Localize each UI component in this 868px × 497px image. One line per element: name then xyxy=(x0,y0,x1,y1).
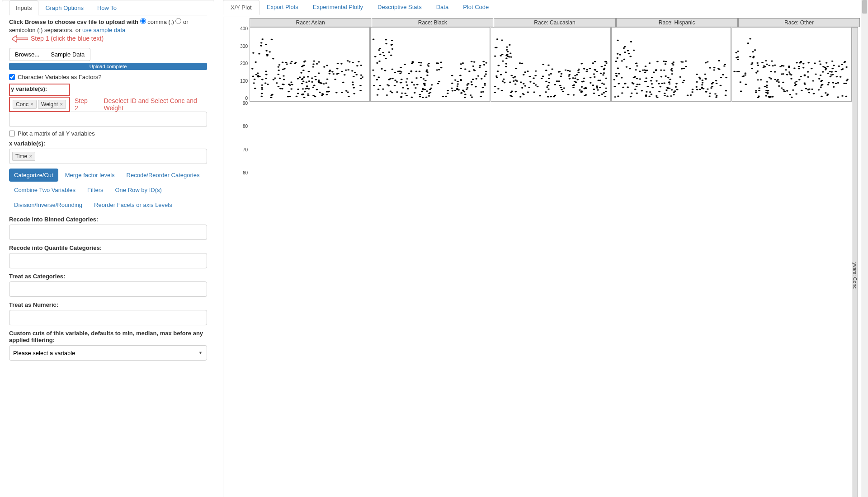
char-factors-checkbox[interactable] xyxy=(9,74,15,80)
svg-point-563 xyxy=(656,61,659,62)
pill-filters[interactable]: Filters xyxy=(82,183,108,197)
svg-point-849 xyxy=(745,73,747,74)
svg-point-783 xyxy=(814,63,816,64)
svg-point-513 xyxy=(529,81,532,83)
plot-area[interactable]: Y variable(s) 4003002001000 90807060 Rac… xyxy=(223,17,861,497)
svg-point-465 xyxy=(572,87,575,88)
svg-point-590 xyxy=(669,79,671,80)
svg-point-116 xyxy=(303,76,305,78)
pill-merge[interactable]: Merge factor levels xyxy=(60,169,120,182)
svg-point-617 xyxy=(710,87,712,89)
svg-point-536 xyxy=(586,71,588,72)
svg-point-520 xyxy=(535,70,537,72)
svg-point-189 xyxy=(480,78,482,80)
svg-point-507 xyxy=(501,90,503,91)
svg-point-238 xyxy=(456,88,458,89)
custom-cuts-select[interactable] xyxy=(9,345,207,361)
svg-point-311 xyxy=(391,48,393,50)
sep-comma-radio[interactable] xyxy=(140,18,146,24)
svg-point-574 xyxy=(704,78,707,79)
svg-point-56 xyxy=(270,95,273,96)
svg-point-895 xyxy=(821,96,823,97)
pill-division[interactable]: Division/Inverse/Rounding xyxy=(9,198,87,211)
svg-point-867 xyxy=(778,85,780,87)
svg-point-844 xyxy=(827,84,830,85)
tab-code[interactable]: Plot Code xyxy=(456,0,496,15)
pill-combine[interactable]: Combine Two Variables xyxy=(9,183,80,197)
svg-point-797 xyxy=(824,67,826,68)
svg-point-789 xyxy=(737,51,739,52)
sample-data-button[interactable]: Sample Data xyxy=(45,48,90,61)
recode-binned-input[interactable] xyxy=(9,225,207,240)
yvar-token-weight[interactable]: Weight× xyxy=(38,100,66,109)
svg-point-109 xyxy=(290,81,292,83)
tab-stats[interactable]: Descriptive Stats xyxy=(370,0,429,15)
pill-onerow[interactable]: One Row by ID(s) xyxy=(110,183,166,197)
vertical-scrollbar[interactable] xyxy=(861,0,868,497)
svg-point-12 xyxy=(265,70,267,72)
treat-cat-input[interactable] xyxy=(9,281,207,297)
xvar-token-time[interactable]: Time× xyxy=(12,152,35,161)
yvar-token-conc[interactable]: Conc× xyxy=(13,100,37,109)
browse-button[interactable]: Browse... xyxy=(9,48,45,61)
svg-point-687 xyxy=(696,89,698,90)
svg-point-367 xyxy=(593,93,595,94)
svg-point-592 xyxy=(712,82,714,83)
remove-icon[interactable]: × xyxy=(60,101,63,108)
tab-howto[interactable]: How To xyxy=(90,0,123,15)
use-sample-data-link[interactable]: use sample data xyxy=(82,27,125,33)
svg-point-13 xyxy=(359,90,362,91)
tab-xyplot[interactable]: X/Y Plot xyxy=(223,0,259,15)
plot-matrix-checkbox[interactable] xyxy=(9,131,15,136)
svg-point-98 xyxy=(326,91,328,93)
svg-point-522 xyxy=(527,91,529,93)
svg-point-845 xyxy=(777,79,779,80)
svg-point-713 xyxy=(634,76,636,78)
svg-point-750 xyxy=(791,78,793,80)
tab-data[interactable]: Data xyxy=(429,0,456,15)
tab-export[interactable]: Export Plots xyxy=(259,0,306,15)
svg-point-483 xyxy=(583,78,585,79)
svg-point-699 xyxy=(635,62,637,64)
svg-point-136 xyxy=(283,75,285,77)
pill-reorder-facets[interactable]: Reorder Facets or axis Levels xyxy=(89,198,177,211)
pill-recode[interactable]: Recode/Reorder Categories xyxy=(122,169,205,182)
tab-inputs[interactable]: Inputs xyxy=(9,0,38,15)
svg-point-825 xyxy=(754,49,756,51)
svg-point-139 xyxy=(289,84,291,86)
yvar-input-rest[interactable] xyxy=(9,112,207,127)
pill-categorize[interactable]: Categorize/Cut xyxy=(9,169,58,182)
svg-point-801 xyxy=(835,83,837,84)
facet-col-header: Race: Black xyxy=(372,18,493,27)
svg-point-408 xyxy=(554,95,557,96)
svg-point-463 xyxy=(601,66,603,67)
tab-graph-options[interactable]: Graph Options xyxy=(38,0,90,15)
svg-point-140 xyxy=(314,76,316,77)
svg-point-858 xyxy=(766,64,768,65)
svg-point-145 xyxy=(261,89,264,90)
svg-point-258 xyxy=(393,85,396,86)
recode-quantile-input[interactable] xyxy=(9,253,207,268)
svg-point-207 xyxy=(392,78,394,79)
svg-point-580 xyxy=(711,86,713,87)
svg-point-255 xyxy=(385,39,387,41)
yvar-input[interactable]: Conc× Weight× xyxy=(10,98,69,111)
xvar-input[interactable]: Time× xyxy=(9,149,207,164)
tab-plotly[interactable]: Experimental Plotly xyxy=(306,0,370,15)
svg-point-799 xyxy=(765,90,768,91)
treat-num-input[interactable] xyxy=(9,310,207,325)
svg-point-793 xyxy=(757,65,760,66)
svg-point-316 xyxy=(451,90,453,92)
svg-point-759 xyxy=(802,63,805,65)
remove-icon[interactable]: × xyxy=(30,101,33,108)
svg-point-153 xyxy=(291,61,293,62)
svg-point-193 xyxy=(475,86,477,87)
sep-semi-radio[interactable] xyxy=(175,18,181,24)
svg-point-865 xyxy=(770,78,773,80)
svg-point-417 xyxy=(586,69,589,70)
svg-point-777 xyxy=(798,79,801,80)
svg-point-131 xyxy=(318,61,320,63)
svg-point-446 xyxy=(560,75,562,77)
svg-point-660 xyxy=(686,94,689,96)
remove-icon[interactable]: × xyxy=(29,153,32,159)
